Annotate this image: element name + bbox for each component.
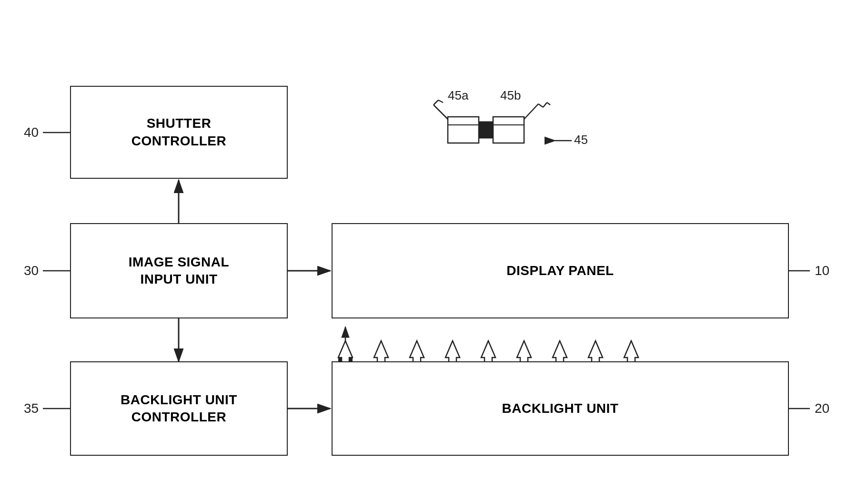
ref-10: 10	[815, 263, 829, 278]
backlight-unit-box: BACKLIGHT UNIT	[332, 361, 789, 456]
backlight-unit-controller-box: BACKLIGHT UNITCONTROLLER	[70, 361, 288, 456]
label-45a: 45a	[448, 88, 468, 103]
shutter-controller-box: SHUTTERCONTROLLER	[70, 86, 288, 179]
svg-marker-12	[338, 357, 353, 361]
display-panel-box: DISPLAY PANEL	[332, 223, 789, 318]
ref-40: 40	[24, 125, 39, 140]
svg-rect-19	[479, 122, 493, 138]
label-45: 45	[574, 133, 588, 147]
svg-line-24	[543, 102, 547, 107]
backlight-unit-label: BACKLIGHT UNIT	[502, 400, 619, 417]
svg-line-22	[524, 104, 538, 119]
ref-35: 35	[24, 401, 39, 416]
shutter-controller-label: SHUTTERCONTROLLER	[131, 115, 226, 150]
backlight-unit-controller-label: BACKLIGHT UNITCONTROLLER	[121, 391, 237, 426]
svg-line-17	[434, 100, 438, 105]
ref-20: 20	[815, 401, 829, 416]
image-signal-input-box: IMAGE SIGNALINPUT UNIT	[70, 223, 288, 318]
svg-line-25	[547, 102, 550, 105]
svg-rect-14	[448, 117, 479, 143]
display-panel-label: DISPLAY PANEL	[506, 262, 614, 279]
svg-rect-20	[493, 117, 524, 143]
svg-line-18	[438, 100, 443, 102]
svg-marker-13	[341, 357, 350, 361]
label-45b: 45b	[500, 88, 521, 103]
svg-line-16	[434, 105, 448, 119]
image-signal-input-label: IMAGE SIGNALINPUT UNIT	[129, 254, 229, 288]
diagram: SHUTTERCONTROLLER IMAGE SIGNALINPUT UNIT…	[0, 0, 868, 481]
svg-line-23	[538, 104, 543, 107]
ref-30: 30	[24, 263, 39, 278]
